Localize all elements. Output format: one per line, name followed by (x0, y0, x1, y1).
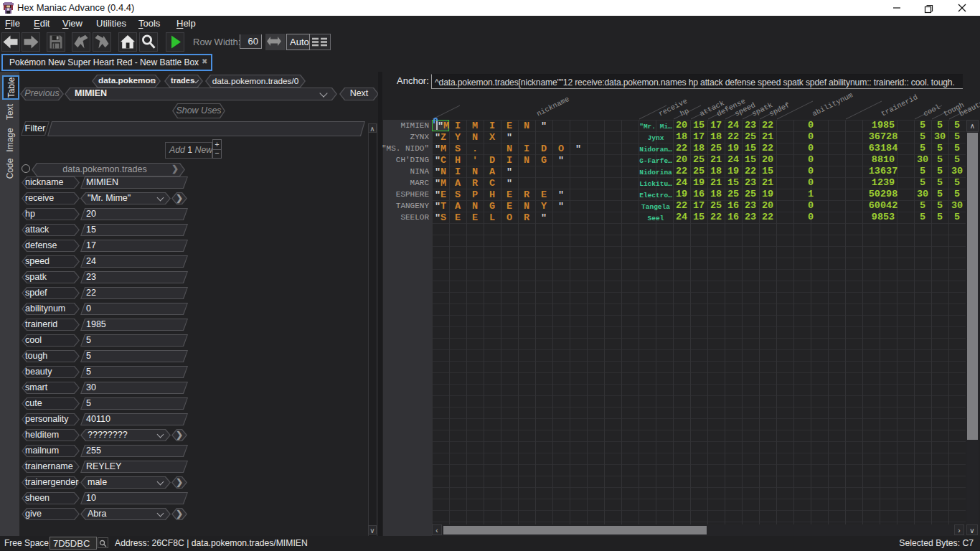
svg-text:trainerid: trainerid (880, 93, 919, 118)
svg-text:abilitynum: abilitynum (811, 90, 854, 118)
svg-text:nickname: nickname (535, 95, 571, 118)
